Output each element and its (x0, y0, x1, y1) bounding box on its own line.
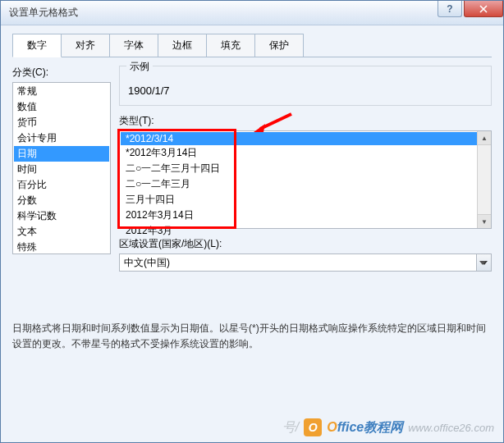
type-item[interactable]: 二○一二年三月十四日 (121, 161, 490, 176)
sample-group: 示例 1900/1/7 (119, 66, 492, 106)
type-scrollbar[interactable]: ▲ ▼ (477, 131, 491, 228)
title-controls: ? (438, 1, 503, 17)
locale-value: 中文(中国) (124, 257, 170, 268)
close-button[interactable] (464, 1, 503, 17)
dropdown-button[interactable] (476, 254, 491, 271)
right-column: 示例 1900/1/7 类型(T): *2012/3/14 *2012年3月14… (119, 66, 492, 272)
help-button[interactable]: ? (438, 1, 462, 17)
sample-value: 1900/1/7 (128, 84, 483, 97)
window-title: 设置单元格格式 (9, 6, 500, 20)
category-item-date[interactable]: 日期 (14, 146, 109, 162)
footer-prefix: 号/ (282, 419, 299, 436)
category-item[interactable]: 时间 (14, 162, 109, 177)
type-label: 类型(T): (119, 114, 492, 128)
scroll-up-icon[interactable]: ▲ (478, 131, 491, 145)
close-icon (479, 5, 488, 13)
type-item[interactable]: *2012年3月14日 (121, 145, 490, 161)
type-item[interactable]: *2012/3/14 (121, 132, 490, 145)
locale-label: 区域设置(国家/地区)(L): (119, 237, 492, 251)
category-item[interactable]: 特殊 (14, 240, 109, 254)
category-label: 分类(C): (12, 66, 111, 80)
tab-bar: 数字 对齐 字体 边框 填充 保护 (12, 34, 492, 57)
scroll-down-icon[interactable]: ▼ (478, 214, 491, 228)
tab-fill[interactable]: 填充 (206, 34, 255, 57)
description-text: 日期格式将日期和时间系列数值显示为日期值。以星号(*)开头的日期格式响应操作系统… (12, 321, 492, 352)
category-item[interactable]: 会计专用 (14, 130, 109, 146)
type-list-wrap: *2012/3/14 *2012年3月14日 二○一二年三月十四日 二○一二年三… (119, 130, 492, 229)
tab-alignment[interactable]: 对齐 (61, 34, 110, 57)
footer-url: www.office26.com (408, 422, 494, 434)
category-item[interactable]: 常规 (14, 84, 109, 99)
type-list[interactable]: *2012/3/14 *2012年3月14日 二○一二年三月十四日 二○一二年三… (119, 130, 492, 229)
tab-border[interactable]: 边框 (158, 34, 207, 57)
footer-watermark: 号/ O Office教程网 www.office26.com (282, 418, 494, 436)
category-item[interactable]: 货币 (14, 115, 109, 130)
dialog-content: 数字 对齐 字体 边框 填充 保护 分类(C): 常规 数值 货币 会计专用 日… (1, 25, 503, 360)
locale-select[interactable]: 中文(中国) (119, 253, 492, 272)
type-item[interactable]: 三月十四日 (121, 192, 490, 208)
category-item[interactable]: 数值 (14, 99, 109, 115)
footer-logo-icon: O (304, 418, 322, 436)
left-column: 分类(C): 常规 数值 货币 会计专用 日期 时间 百分比 分数 科学记数 文… (12, 66, 111, 272)
titlebar[interactable]: 设置单元格格式 ? (1, 1, 503, 25)
dialog-window: 设置单元格格式 ? 数字 对齐 字体 边框 填充 保护 分类(C): 常规 数值… (0, 0, 504, 443)
tab-protection[interactable]: 保护 (254, 34, 304, 57)
category-item[interactable]: 百分比 (14, 177, 109, 193)
tab-font[interactable]: 字体 (109, 34, 158, 57)
category-item[interactable]: 文本 (14, 224, 109, 240)
sample-label: 示例 (126, 60, 153, 74)
type-item[interactable]: 二○一二年三月 (121, 176, 490, 192)
locale-group: 区域设置(国家/地区)(L): 中文(中国) (119, 237, 492, 272)
type-item[interactable]: 2012年3月 (121, 223, 490, 239)
footer-brand: Office教程网 (327, 419, 403, 436)
tab-number[interactable]: 数字 (12, 34, 62, 57)
category-item[interactable]: 分数 (14, 193, 109, 208)
category-item[interactable]: 科学记数 (14, 208, 109, 224)
type-item[interactable]: 2012年3月14日 (121, 208, 490, 223)
body-row: 分类(C): 常规 数值 货币 会计专用 日期 时间 百分比 分数 科学记数 文… (12, 66, 492, 272)
category-list[interactable]: 常规 数值 货币 会计专用 日期 时间 百分比 分数 科学记数 文本 特殊 自定… (12, 82, 111, 254)
